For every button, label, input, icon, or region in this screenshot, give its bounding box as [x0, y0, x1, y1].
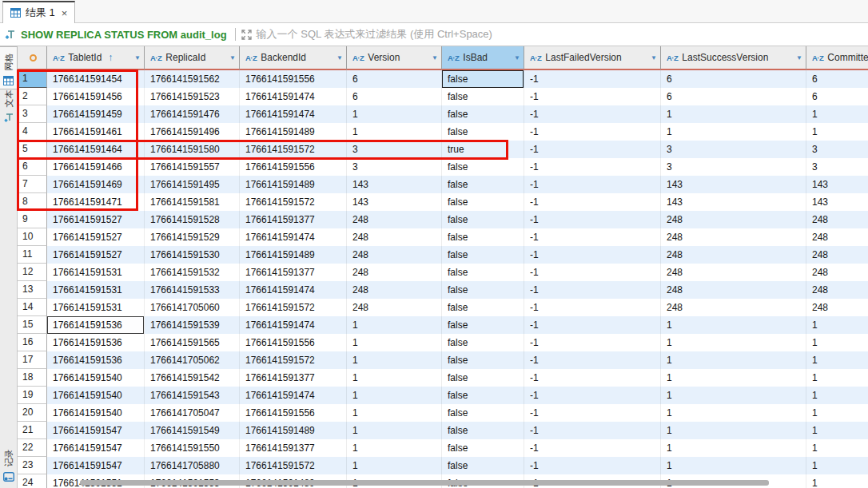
cell-tabletid[interactable]: 1766141591540: [47, 387, 145, 404]
cell-committe[interactable]: 3: [806, 141, 868, 158]
cell-lastfailedversion[interactable]: -1: [524, 404, 661, 422]
cell-backendid[interactable]: 1766141591474: [240, 281, 347, 299]
cell-tabletid[interactable]: 1766141591527: [47, 211, 145, 228]
cell-replicaid[interactable]: 1766141591580: [145, 141, 240, 158]
row-number[interactable]: 18: [18, 369, 47, 387]
cell-committe[interactable]: 1: [806, 334, 868, 351]
cell-lastfailedversion[interactable]: -1: [524, 369, 661, 387]
cell-lastsuccessversion[interactable]: 3: [661, 158, 806, 176]
cell-replicaid[interactable]: 1766141591476: [145, 105, 240, 123]
cell-lastfailedversion[interactable]: -1: [524, 439, 661, 457]
row-number[interactable]: 20: [18, 404, 47, 422]
cell-lastsuccessversion[interactable]: 1: [661, 123, 806, 141]
cell-committe[interactable]: 143: [806, 193, 868, 211]
chevron-down-icon[interactable]: ▼: [129, 54, 141, 61]
expand-icon[interactable]: [241, 30, 252, 40]
cell-backendid[interactable]: 1766141591474: [240, 387, 347, 404]
cell-version[interactable]: 248: [347, 264, 442, 281]
cell-backendid[interactable]: 1766141591489: [240, 176, 347, 193]
cell-isbad[interactable]: false: [442, 105, 524, 123]
column-header-lastfailedversion[interactable]: A·ZLastFailedVersion▼: [524, 46, 661, 70]
cell-version[interactable]: 248: [347, 211, 442, 228]
cell-tabletid[interactable]: 1766141591547: [47, 422, 145, 439]
cell-tabletid[interactable]: 1766141591540: [47, 369, 145, 387]
cell-backendid[interactable]: 1766141591572: [240, 457, 347, 474]
cell-isbad[interactable]: false: [442, 246, 524, 264]
cell-tabletid[interactable]: 1766141591531: [47, 281, 145, 299]
cell-version[interactable]: 1: [347, 105, 442, 123]
cell-version[interactable]: 143: [347, 176, 442, 193]
cell-isbad[interactable]: false: [442, 422, 524, 439]
cell-isbad[interactable]: false: [442, 439, 524, 457]
cell-version[interactable]: 248: [347, 281, 442, 299]
close-icon[interactable]: ×: [62, 7, 68, 19]
cell-version[interactable]: 3: [347, 141, 442, 158]
cell-replicaid[interactable]: 1766141591549: [145, 422, 240, 439]
chevron-down-icon[interactable]: ▼: [509, 54, 520, 61]
cell-lastsuccessversion[interactable]: 1: [661, 334, 806, 351]
column-header-lastsuccessversion[interactable]: A·ZLastSuccessVersion▼: [661, 46, 806, 70]
cell-version[interactable]: 248: [347, 299, 442, 316]
cell-isbad[interactable]: false: [442, 457, 524, 474]
chevron-down-icon[interactable]: ▼: [646, 54, 657, 61]
cell-committe[interactable]: 248: [806, 281, 868, 299]
cell-version[interactable]: 6: [347, 88, 442, 105]
cell-replicaid[interactable]: 1766141591529: [145, 228, 240, 246]
row-number[interactable]: 14: [18, 299, 47, 316]
cell-version[interactable]: 1: [347, 334, 442, 351]
cell-replicaid[interactable]: 1766141591495: [145, 176, 240, 193]
cell-isbad[interactable]: false: [442, 387, 524, 404]
cell-backendid[interactable]: 1766141591377: [240, 211, 347, 228]
cell-isbad[interactable]: false: [442, 211, 524, 228]
cell-committe[interactable]: 1: [806, 457, 868, 474]
cell-backendid[interactable]: 1766141591572: [240, 299, 347, 316]
cell-lastfailedversion[interactable]: -1: [524, 264, 661, 281]
cell-lastsuccessversion[interactable]: 6: [661, 88, 806, 105]
cell-replicaid[interactable]: 1766141591539: [145, 316, 240, 334]
row-number[interactable]: 8: [18, 193, 47, 211]
cell-backendid[interactable]: 1766141591474: [240, 105, 347, 123]
cell-lastsuccessversion[interactable]: 248: [661, 264, 806, 281]
column-header-replicaid[interactable]: A·ZReplicaId▼: [145, 46, 240, 70]
cell-lastfailedversion[interactable]: -1: [524, 193, 661, 211]
chevron-down-icon[interactable]: ▼: [791, 54, 802, 61]
cell-tabletid[interactable]: 1766141591466: [47, 158, 145, 176]
cell-lastfailedversion[interactable]: -1: [524, 141, 661, 158]
row-number-header[interactable]: [18, 46, 47, 70]
cell-backendid[interactable]: 1766141591556: [240, 158, 347, 176]
cell-lastfailedversion[interactable]: -1: [524, 228, 661, 246]
cell-lastsuccessversion[interactable]: 248: [661, 211, 806, 228]
cell-committe[interactable]: 248: [806, 228, 868, 246]
cell-lastsuccessversion[interactable]: 143: [661, 176, 806, 193]
horizontal-scrollbar[interactable]: [18, 479, 868, 486]
cell-tabletid[interactable]: 1766141591527: [47, 246, 145, 264]
chevron-down-icon[interactable]: ▼: [427, 54, 438, 61]
cell-tabletid[interactable]: 1766141591547: [47, 457, 145, 474]
cell-lastfailedversion[interactable]: -1: [524, 281, 661, 299]
cell-tabletid[interactable]: 1766141591531: [47, 264, 145, 281]
cell-replicaid[interactable]: 1766141591581: [145, 193, 240, 211]
row-number[interactable]: 15: [18, 316, 47, 334]
cell-isbad[interactable]: false: [442, 281, 524, 299]
cell-committe[interactable]: 1: [806, 404, 868, 422]
sidebar-item-grid[interactable]: 网格: [0, 46, 18, 89]
cell-replicaid[interactable]: 1766141591533: [145, 281, 240, 299]
row-number[interactable]: 19: [18, 387, 47, 404]
column-header-backendid[interactable]: A·ZBackendId▼: [240, 46, 347, 70]
column-header-tabletid[interactable]: A·ZTabletId↑▼: [47, 46, 145, 70]
cell-version[interactable]: 1: [347, 422, 442, 439]
cell-version[interactable]: 1: [347, 387, 442, 404]
cell-lastsuccessversion[interactable]: 6: [661, 70, 806, 88]
cell-isbad[interactable]: false: [442, 351, 524, 369]
cell-tabletid[interactable]: 1766141591454: [47, 70, 145, 88]
cell-backendid[interactable]: 1766141591489: [240, 246, 347, 264]
cell-lastfailedversion[interactable]: -1: [524, 316, 661, 334]
row-number[interactable]: 12: [18, 264, 47, 281]
cell-version[interactable]: 143: [347, 193, 442, 211]
cell-isbad[interactable]: false: [442, 316, 524, 334]
cell-isbad[interactable]: false: [442, 369, 524, 387]
cell-committe[interactable]: 1: [806, 439, 868, 457]
row-number[interactable]: 13: [18, 281, 47, 299]
cell-tabletid[interactable]: 1766141591536: [47, 351, 145, 369]
cell-version[interactable]: 1: [347, 351, 442, 369]
